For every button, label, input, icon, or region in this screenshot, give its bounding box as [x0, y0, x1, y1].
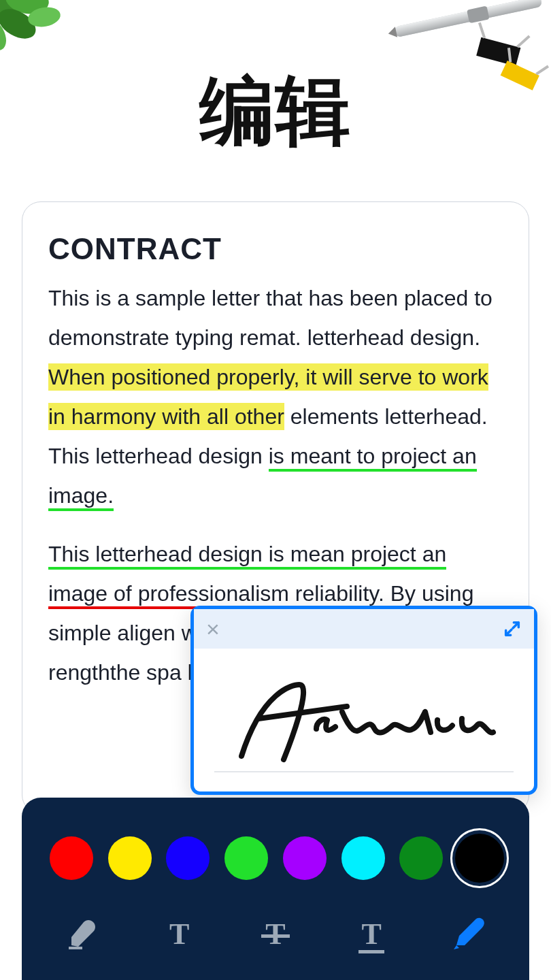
- expand-icon[interactable]: [503, 619, 522, 638]
- signature-baseline: [214, 771, 514, 772]
- signature-canvas[interactable]: [194, 649, 534, 791]
- svg-rect-11: [69, 947, 82, 949]
- strikethrough-tool[interactable]: T: [248, 911, 303, 958]
- color-swatch-cyan[interactable]: [334, 828, 393, 888]
- highlighter-tool[interactable]: [56, 911, 111, 958]
- color-swatch-red[interactable]: [42, 828, 101, 888]
- page-title: 编辑: [0, 61, 551, 163]
- color-swatch-purple[interactable]: [276, 828, 334, 888]
- text-tool[interactable]: T: [152, 911, 207, 958]
- underline-tool[interactable]: T: [344, 911, 399, 958]
- signature-tool[interactable]: [440, 911, 495, 958]
- signature-panel[interactable]: ×: [190, 606, 537, 795]
- color-swatch-green[interactable]: [217, 828, 276, 888]
- underlined-green-text: This letterhead design is mean project a…: [48, 542, 446, 570]
- close-icon[interactable]: ×: [206, 617, 220, 640]
- underlined-red-text: image of professionalism reliability. By…: [48, 581, 473, 609]
- color-swatch-black[interactable]: [450, 828, 509, 888]
- color-swatch-yellow[interactable]: [101, 828, 159, 888]
- document-heading: CONTRACT: [48, 232, 503, 266]
- svg-rect-8: [467, 5, 490, 23]
- svg-rect-6: [394, 0, 543, 37]
- doc-text: This is a sample letter that has been pl…: [48, 286, 492, 350]
- tool-row: T T T: [22, 898, 529, 980]
- color-palette-row: [22, 798, 529, 898]
- color-swatch-blue[interactable]: [158, 828, 217, 888]
- color-swatch-dark-green[interactable]: [392, 828, 450, 888]
- editor-toolbar: T T T: [22, 798, 529, 980]
- signature-panel-header: ×: [194, 609, 534, 649]
